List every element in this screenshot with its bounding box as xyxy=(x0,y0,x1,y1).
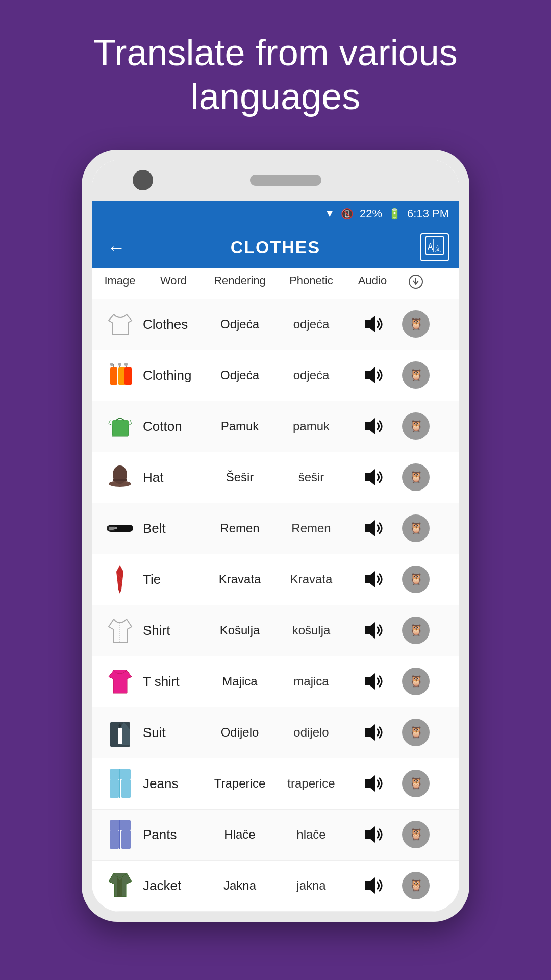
row-rendering: Traperice xyxy=(204,776,276,791)
row-word: Clothes xyxy=(143,316,204,332)
row-phonetic: Kravata xyxy=(276,572,347,586)
table-row: T shirt Majica majica 🦉 xyxy=(92,656,459,707)
translate-icon[interactable]: A 文 xyxy=(420,233,449,261)
row-phonetic: odjeća xyxy=(276,368,347,382)
svg-rect-17 xyxy=(112,420,129,436)
row-phonetic: jakna xyxy=(276,878,347,893)
row-phonetic: košulja xyxy=(276,623,347,638)
row-owl[interactable]: 🦉 xyxy=(398,566,434,593)
row-owl[interactable]: 🦉 xyxy=(398,770,434,797)
col-audio: Audio xyxy=(347,274,398,292)
svg-rect-12 xyxy=(124,363,128,366)
row-audio[interactable] xyxy=(347,875,398,896)
row-phonetic: pamuk xyxy=(276,419,347,433)
svg-marker-46 xyxy=(365,775,375,792)
table-row: Suit Odijelo odijelo 🦉 xyxy=(92,707,459,758)
svg-rect-11 xyxy=(118,363,121,366)
row-image xyxy=(97,870,143,901)
svg-marker-54 xyxy=(365,877,375,894)
row-owl[interactable]: 🦉 xyxy=(398,617,434,644)
svg-marker-41 xyxy=(365,724,375,741)
row-audio[interactable] xyxy=(347,620,398,641)
row-audio[interactable] xyxy=(347,365,398,385)
row-audio[interactable] xyxy=(347,824,398,845)
svg-rect-43 xyxy=(110,779,119,798)
row-audio[interactable] xyxy=(347,467,398,487)
table-row: Hat Šešir šešir 🦉 xyxy=(92,452,459,503)
clock: 6:13 PM xyxy=(407,207,449,220)
phone-speaker xyxy=(250,175,321,186)
row-image xyxy=(97,564,143,595)
row-owl[interactable]: 🦉 xyxy=(398,412,434,440)
row-word: Jeans xyxy=(143,776,204,792)
row-image xyxy=(97,717,143,748)
svg-marker-32 xyxy=(365,571,375,587)
col-download[interactable] xyxy=(398,274,434,292)
row-phonetic: odijelo xyxy=(276,725,347,740)
svg-marker-22 xyxy=(365,469,375,485)
svg-marker-6 xyxy=(365,316,375,332)
svg-marker-29 xyxy=(118,590,121,594)
row-owl[interactable]: 🦉 xyxy=(398,514,434,542)
svg-marker-35 xyxy=(365,673,375,690)
row-rendering: Jakna xyxy=(204,878,276,893)
col-image: Image xyxy=(97,274,143,292)
table-row: Cotton Pamuk pamuk 🦉 xyxy=(92,401,459,452)
row-word: T shirt xyxy=(143,674,204,690)
row-audio[interactable] xyxy=(347,671,398,692)
row-word: Pants xyxy=(143,827,204,843)
row-audio[interactable] xyxy=(347,569,398,590)
svg-rect-21 xyxy=(113,479,127,481)
row-rendering: Pamuk xyxy=(204,419,276,433)
phone-top xyxy=(92,160,459,201)
row-audio[interactable] xyxy=(347,518,398,538)
row-audio[interactable] xyxy=(347,722,398,743)
table-row: Tie Kravata Kravata 🦉 xyxy=(92,554,459,605)
row-rendering: Odijelo xyxy=(204,725,276,740)
app-bar: ← CLOTHES A 文 xyxy=(92,227,459,268)
row-word: Suit xyxy=(143,725,204,741)
svg-rect-40 xyxy=(118,728,122,744)
row-owl[interactable]: 🦉 xyxy=(398,668,434,695)
row-word: Clothing xyxy=(143,368,204,383)
svg-marker-34 xyxy=(365,622,375,639)
row-rendering: Košulja xyxy=(204,623,276,638)
col-phonetic: Phonetic xyxy=(276,274,347,292)
row-owl[interactable]: 🦉 xyxy=(398,719,434,746)
phone-frame: ▼ 📵 22% 🔋 6:13 PM ← CLOTHES A 文 I xyxy=(82,150,469,922)
row-audio[interactable] xyxy=(347,773,398,794)
page-headline: Translate from various languages xyxy=(0,31,551,119)
wifi-icon: ▼ xyxy=(324,208,335,219)
row-word: Hat xyxy=(143,470,204,485)
sim-icon: 📵 xyxy=(341,208,354,220)
svg-marker-53 xyxy=(120,877,122,897)
row-phonetic: šešir xyxy=(276,470,347,484)
row-rendering: Kravata xyxy=(204,572,276,586)
row-phonetic: traperice xyxy=(276,776,347,791)
svg-text:文: 文 xyxy=(435,244,441,252)
row-owl[interactable]: 🦉 xyxy=(398,361,434,389)
status-bar: ▼ 📵 22% 🔋 6:13 PM xyxy=(92,201,459,227)
phone-inner: ▼ 📵 22% 🔋 6:13 PM ← CLOTHES A 文 I xyxy=(92,160,459,912)
row-audio[interactable] xyxy=(347,416,398,436)
table-row: Shirt Košulja košulja 🦉 xyxy=(92,605,459,656)
row-owl[interactable]: 🦉 xyxy=(398,463,434,491)
table-row: Clothes Odjeća odjeća 🦉 xyxy=(92,299,459,350)
svg-rect-10 xyxy=(110,363,113,366)
row-image xyxy=(97,361,143,389)
col-word: Word xyxy=(143,274,204,292)
row-word: Cotton xyxy=(143,419,204,434)
svg-marker-16 xyxy=(365,367,375,383)
col-rendering: Rendering xyxy=(204,274,276,292)
svg-marker-27 xyxy=(365,520,375,536)
svg-rect-44 xyxy=(121,779,131,798)
back-button[interactable]: ← xyxy=(102,232,131,263)
row-image xyxy=(97,521,143,536)
row-word: Jacket xyxy=(143,878,204,894)
svg-rect-25 xyxy=(109,527,114,530)
row-owl[interactable]: 🦉 xyxy=(398,310,434,338)
row-audio[interactable] xyxy=(347,314,398,334)
row-owl[interactable]: 🦉 xyxy=(398,821,434,848)
row-owl[interactable]: 🦉 xyxy=(398,872,434,899)
svg-marker-18 xyxy=(365,418,375,434)
